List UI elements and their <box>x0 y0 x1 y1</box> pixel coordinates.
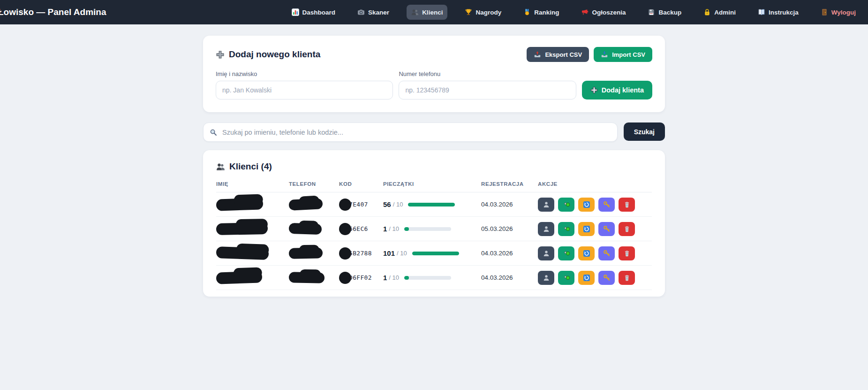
person-icon <box>543 201 550 208</box>
nav-item-klienci[interactable]: Klienci <box>407 5 447 20</box>
stamps-count: 56 <box>383 200 391 208</box>
navbar-menu: DashboardSkanerKlienciNagrodyRankingOgło… <box>287 5 860 20</box>
table-row: 5B2788 101 / 10 04.03.2026 <box>216 241 652 266</box>
nav-item-label: Instrukcja <box>769 9 799 16</box>
import-csv-button[interactable]: Import CSV <box>594 47 652 62</box>
main-content: Dodaj nowego klienta Eksport CSV Import … <box>203 36 665 297</box>
trash-icon <box>623 250 631 257</box>
add-stamp-button[interactable] <box>558 198 574 212</box>
registration-date: 04.03.2026 <box>481 274 513 281</box>
nav-item-wyloguj[interactable]: Wyloguj <box>816 5 860 20</box>
nav-item-dashboard[interactable]: Dashboard <box>287 5 340 20</box>
clients-title-text: Klienci (4) <box>229 161 272 172</box>
code-key-button[interactable] <box>598 198 615 212</box>
upload-tray-icon <box>534 51 541 58</box>
delete-button[interactable] <box>619 222 635 236</box>
search-input[interactable] <box>221 128 611 137</box>
profile-button[interactable] <box>538 222 554 236</box>
person-icon <box>543 225 550 233</box>
export-csv-button[interactable]: Eksport CSV <box>527 47 589 62</box>
code-key-button[interactable] <box>598 271 615 285</box>
name-field-label: Imię i nazwisko <box>216 70 393 77</box>
code-key-button[interactable] <box>598 222 615 236</box>
stamps-progress-fill <box>408 203 455 206</box>
key-icon <box>603 225 611 233</box>
phone-field[interactable] <box>399 81 576 99</box>
stamps-progress-track <box>408 203 455 206</box>
redacted-code-prefix <box>339 247 351 260</box>
key-icon <box>603 274 611 282</box>
add-client-title: Dodaj nowego klienta <box>216 49 320 60</box>
row-actions <box>538 222 635 236</box>
nav-item-admini[interactable]: Admini <box>699 5 740 20</box>
column-header-3: KOD <box>339 181 383 187</box>
stamps-progress-track <box>412 252 459 255</box>
client-code: D6FF02 <box>349 274 372 281</box>
stamps-progress-track <box>404 227 451 231</box>
reset-icon <box>583 250 590 257</box>
plus-icon <box>216 50 225 59</box>
name-field-group: Imię i nazwisko <box>216 70 393 99</box>
reset-stamps-button[interactable] <box>578 222 595 236</box>
reset-stamps-button[interactable] <box>578 246 595 260</box>
stamps-progress-fill <box>404 276 409 280</box>
redacted-name <box>216 198 264 211</box>
screen: Łowisko — Panel Admina DashboardSkanerKl… <box>0 0 868 390</box>
nav-item-nagrody[interactable]: Nagrody <box>460 5 506 20</box>
megaphone-icon <box>581 8 589 16</box>
book-icon <box>758 8 765 16</box>
delete-button[interactable] <box>619 198 635 212</box>
redacted-phone <box>289 223 322 235</box>
key-icon <box>603 201 611 208</box>
delete-button[interactable] <box>619 271 635 285</box>
reset-stamps-button[interactable] <box>578 198 595 212</box>
trophy-icon <box>465 8 472 16</box>
search-box <box>203 122 618 142</box>
add-client-button[interactable]: Dodaj klienta <box>582 81 652 99</box>
profile-button[interactable] <box>538 246 554 260</box>
navbar: Łowisko — Panel Admina DashboardSkanerKl… <box>0 0 868 24</box>
redacted-name <box>216 222 268 235</box>
nav-item-label: Klienci <box>422 9 443 16</box>
nav-item-label: Wyloguj <box>831 9 856 16</box>
nav-item-label: Nagrody <box>476 9 501 16</box>
redacted-phone <box>289 247 323 259</box>
nav-item-label: Admini <box>714 9 736 16</box>
nav-item-instrukcja[interactable]: Instrukcja <box>753 5 803 20</box>
reset-stamps-button[interactable] <box>578 271 595 285</box>
redacted-name <box>216 246 269 260</box>
profile-button[interactable] <box>538 271 554 285</box>
add-stamp-icon <box>563 250 570 257</box>
camera-icon <box>357 8 365 16</box>
nav-item-backup[interactable]: Backup <box>643 5 686 20</box>
medal-icon <box>523 8 531 16</box>
download-tray-icon <box>601 51 608 58</box>
nav-item-label: Ranking <box>534 9 559 16</box>
stamps-goal: / 10 <box>389 225 399 232</box>
redacted-phone <box>288 198 323 211</box>
stamps-progress-fill <box>412 252 459 255</box>
add-stamp-button[interactable] <box>558 246 574 260</box>
stamps-goal: / 10 <box>397 250 407 257</box>
stamps-count: 1 <box>383 225 387 233</box>
search-button[interactable]: Szukaj <box>624 122 665 141</box>
add-stamp-button[interactable] <box>558 271 574 285</box>
add-stamp-button[interactable] <box>558 222 574 236</box>
delete-button[interactable] <box>619 246 635 260</box>
nav-item-label: Skaner <box>368 9 389 16</box>
redacted-phone <box>289 272 325 283</box>
door-icon <box>821 8 828 16</box>
code-key-button[interactable] <box>598 246 615 260</box>
nav-item-ranking[interactable]: Ranking <box>519 5 564 20</box>
nav-item-label: Ogłoszenia <box>592 9 626 16</box>
name-field[interactable] <box>216 81 393 99</box>
redacted-code-prefix <box>339 223 351 235</box>
nav-item-og-oszenia[interactable]: Ogłoszenia <box>576 5 630 20</box>
reset-icon <box>583 225 590 233</box>
profile-button[interactable] <box>538 198 554 212</box>
trash-icon <box>623 225 631 233</box>
nav-item-skaner[interactable]: Skaner <box>353 5 394 20</box>
reset-icon <box>583 274 590 282</box>
csv-buttons: Eksport CSV Import CSV <box>527 47 652 62</box>
row-actions <box>538 271 635 285</box>
